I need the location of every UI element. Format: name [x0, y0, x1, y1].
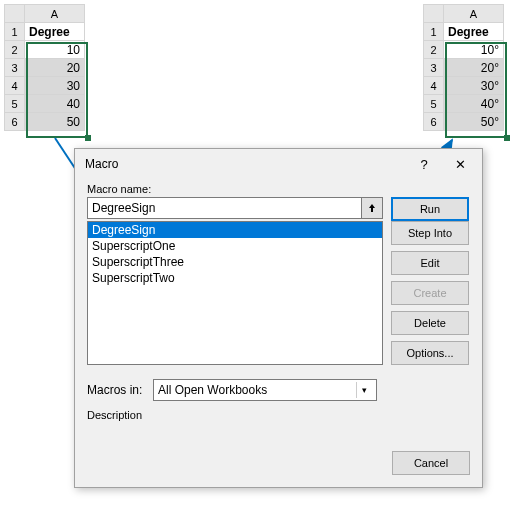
- cell-a2[interactable]: 10: [25, 41, 85, 59]
- select-all-corner[interactable]: [5, 5, 25, 23]
- cell-a1[interactable]: Degree: [444, 23, 504, 41]
- step-into-button[interactable]: Step Into: [391, 221, 469, 245]
- cell-a3[interactable]: 20: [25, 59, 85, 77]
- worksheet-left[interactable]: A 1Degree 210 320 430 540 650: [4, 4, 85, 131]
- options-button[interactable]: Options...: [391, 341, 469, 365]
- cell-a6[interactable]: 50: [25, 113, 85, 131]
- col-header-a[interactable]: A: [25, 5, 85, 23]
- row-header[interactable]: 5: [424, 95, 444, 113]
- run-button[interactable]: Run: [391, 197, 469, 221]
- description-label: Description: [87, 409, 470, 421]
- macros-in-label: Macros in:: [87, 383, 147, 397]
- row-header[interactable]: 6: [5, 113, 25, 131]
- row-header[interactable]: 1: [5, 23, 25, 41]
- row-header[interactable]: 2: [424, 41, 444, 59]
- macro-dialog: Macro ? ✕ Macro name: Run DegreeSign Sup…: [74, 148, 483, 488]
- fill-handle-right[interactable]: [504, 135, 510, 141]
- cell-a3[interactable]: 20°: [444, 59, 504, 77]
- row-header[interactable]: 1: [424, 23, 444, 41]
- macro-name-input[interactable]: [87, 197, 361, 219]
- row-header[interactable]: 6: [424, 113, 444, 131]
- row-header[interactable]: 2: [5, 41, 25, 59]
- cell-a5[interactable]: 40°: [444, 95, 504, 113]
- macro-list[interactable]: DegreeSign SuperscriptOne SuperscriptThr…: [87, 221, 383, 365]
- list-item[interactable]: SuperscriptOne: [88, 238, 382, 254]
- macros-in-select[interactable]: All Open Workbooks ▾: [153, 379, 377, 401]
- row-header[interactable]: 4: [5, 77, 25, 95]
- cell-a4[interactable]: 30: [25, 77, 85, 95]
- macros-in-value: All Open Workbooks: [158, 383, 267, 397]
- list-item[interactable]: DegreeSign: [88, 222, 382, 238]
- titlebar[interactable]: Macro ? ✕: [75, 149, 482, 179]
- cell-a2[interactable]: 10°: [444, 41, 504, 59]
- list-item[interactable]: SuperscriptThree: [88, 254, 382, 270]
- cell-a4[interactable]: 30°: [444, 77, 504, 95]
- help-button[interactable]: ?: [406, 151, 442, 177]
- close-button[interactable]: ✕: [442, 151, 478, 177]
- worksheet-right[interactable]: A 1Degree 210° 320° 430° 540° 650°: [423, 4, 504, 131]
- col-header-a[interactable]: A: [444, 5, 504, 23]
- create-button: Create: [391, 281, 469, 305]
- delete-button[interactable]: Delete: [391, 311, 469, 335]
- fill-handle-left[interactable]: [85, 135, 91, 141]
- cell-a1[interactable]: Degree: [25, 23, 85, 41]
- collapse-icon: [367, 203, 377, 213]
- cell-a6[interactable]: 50°: [444, 113, 504, 131]
- row-header[interactable]: 3: [424, 59, 444, 77]
- collapse-dialog-button[interactable]: [361, 197, 383, 219]
- chevron-down-icon: ▾: [356, 382, 372, 398]
- list-item[interactable]: SuperscriptTwo: [88, 270, 382, 286]
- cancel-button[interactable]: Cancel: [392, 451, 470, 475]
- select-all-corner[interactable]: [424, 5, 444, 23]
- cell-a5[interactable]: 40: [25, 95, 85, 113]
- row-header[interactable]: 5: [5, 95, 25, 113]
- edit-button[interactable]: Edit: [391, 251, 469, 275]
- row-header[interactable]: 3: [5, 59, 25, 77]
- macro-name-label: Macro name:: [87, 183, 470, 195]
- dialog-title: Macro: [85, 157, 406, 171]
- row-header[interactable]: 4: [424, 77, 444, 95]
